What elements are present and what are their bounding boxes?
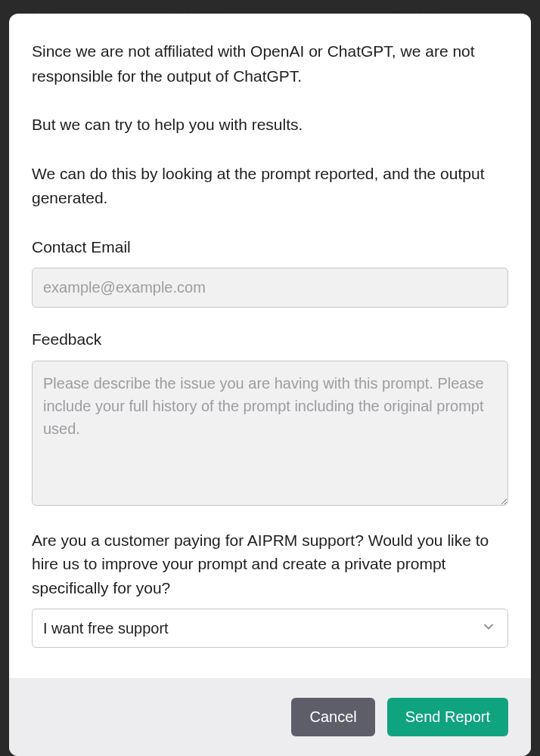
report-modal: Since we are not affiliated with OpenAI … [9, 14, 531, 756]
info-p1: Since we are not affiliated with OpenAI … [32, 39, 508, 88]
feedback-textarea[interactable] [32, 361, 508, 506]
support-label: Are you a customer paying for AIPRM supp… [32, 528, 508, 600]
info-p3: We can do this by looking at the prompt … [32, 162, 508, 211]
feedback-label: Feedback [32, 327, 508, 352]
cancel-button[interactable]: Cancel [291, 698, 374, 736]
feedback-field-group: Feedback [32, 327, 508, 509]
email-input[interactable] [32, 268, 508, 308]
send-report-button[interactable]: Send Report [387, 698, 508, 736]
email-field-group: Contact Email [32, 235, 508, 308]
info-text: Since we are not affiliated with OpenAI … [32, 39, 508, 211]
modal-body: Since we are not affiliated with OpenAI … [9, 14, 531, 678]
email-label: Contact Email [32, 235, 508, 259]
support-select[interactable]: I want free support [32, 609, 508, 648]
support-field-group: Are you a customer paying for AIPRM supp… [32, 528, 508, 649]
support-select-wrap: I want free support [32, 609, 508, 648]
info-p2: But we can try to help you with results. [32, 113, 508, 138]
modal-footer: Cancel Send Report [9, 678, 531, 756]
